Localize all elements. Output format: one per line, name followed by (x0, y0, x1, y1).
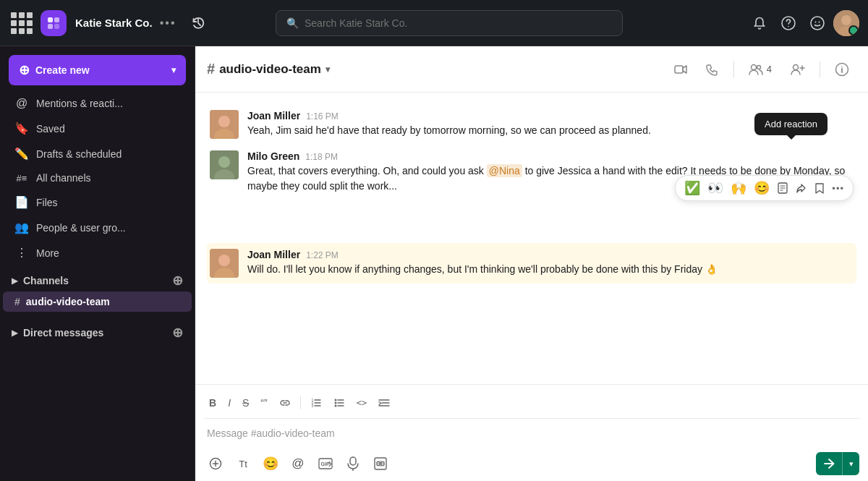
phone-call-button[interactable] (699, 59, 726, 80)
reaction-share[interactable] (793, 181, 810, 195)
audio-message-button[interactable] (341, 452, 365, 475)
message-3-header: Joan Miller 1:22 PM (247, 249, 854, 260)
composer-toolbar: B I S “” 1 2 3 (204, 391, 859, 419)
edit-icon: ✏️ (14, 147, 29, 161)
channel-actions: 4 (667, 58, 856, 81)
gif-icon: GIF (318, 458, 333, 469)
format-strikethrough-button[interactable]: S (237, 393, 254, 412)
format-italic-button[interactable]: I (223, 393, 236, 412)
sidebar-channel-audio-video-team[interactable]: # audio-video-team (3, 291, 192, 312)
format-link-button[interactable] (274, 396, 296, 410)
add-member-button[interactable] (783, 59, 812, 80)
mention-button[interactable]: @ (286, 452, 310, 475)
sidebar-item-saved[interactable]: 🔖 Saved (3, 116, 192, 141)
microphone-icon (347, 456, 359, 471)
search-input[interactable] (305, 17, 612, 29)
chevron-down-icon: ▾ (171, 65, 176, 75)
format-quote-button[interactable]: “” (255, 393, 272, 412)
composer-input[interactable]: Message #audio-video-team (204, 423, 859, 449)
dm-section-label: Direct messages (23, 327, 103, 339)
channel-info-button[interactable] (827, 58, 856, 81)
reaction-bookmark[interactable] (812, 181, 827, 195)
svg-point-22 (218, 116, 230, 127)
reaction-raised-hands[interactable]: 🙌 (728, 179, 749, 197)
user-avatar-image (833, 10, 859, 36)
format-code-button[interactable]: <> (352, 394, 372, 412)
sidebar-item-files-label: Files (36, 197, 58, 208)
direct-messages-section[interactable]: ▶ Direct messages ⊕ (0, 318, 195, 344)
members-icon (749, 64, 763, 75)
help-button[interactable] (775, 10, 801, 36)
search-bar[interactable]: 🔍 (276, 10, 623, 36)
sidebar-item-mentions-label: Mentions & reacti... (36, 98, 123, 109)
channel-title[interactable]: # audio-video-team ▾ (207, 61, 330, 77)
message-1-header: Joan Miller 1:16 PM (247, 110, 854, 122)
svg-point-14 (757, 65, 760, 69)
message-2-time: 1:18 PM (305, 152, 338, 162)
sidebar-item-all-channels[interactable]: #≡ All channels (3, 166, 192, 190)
gif-button[interactable]: GIF (314, 452, 337, 475)
reaction-smile[interactable]: 😊 (751, 179, 773, 197)
notification-button[interactable] (746, 10, 773, 36)
svg-point-7 (814, 21, 816, 22)
history-icon (191, 16, 205, 30)
format-bullet-list-button[interactable] (328, 394, 350, 412)
reaction-notepad[interactable] (774, 181, 791, 195)
video-call-button[interactable] (667, 60, 694, 79)
topbar: Katie Stark Co. ••• 🔍 (0, 0, 868, 46)
emoji-button[interactable]: 😊 (259, 452, 282, 475)
send-dropdown-button[interactable]: ▾ (842, 452, 859, 475)
message-1-body: Joan Miller 1:16 PM Yeah, Jim said he'd … (247, 110, 854, 139)
channel-name: audio-video-team (219, 62, 321, 77)
message-1-author: Joan Miller (247, 110, 300, 122)
shortcuts-button[interactable] (369, 452, 392, 475)
format-ordered-list-button[interactable]: 1 2 3 (305, 394, 327, 412)
create-new-button[interactable]: ⊕ Create new ▾ (9, 55, 186, 85)
channels-section[interactable]: ▶ Channels ⊕ (0, 265, 195, 291)
format-bold-button[interactable]: B (204, 393, 221, 412)
add-channel-button[interactable]: ⊕ (172, 273, 183, 289)
user-avatar-button[interactable] (833, 10, 859, 36)
text-format-button[interactable]: Tt (231, 452, 255, 475)
sidebar: ⊕ Create new ▾ @ Mentions & reacti... 🔖 … (0, 46, 195, 481)
send-button[interactable] (816, 452, 842, 475)
milo-avatar-image (210, 150, 239, 179)
sidebar-item-saved-label: Saved (36, 123, 65, 135)
toolbar-divider (300, 396, 301, 409)
sidebar-item-more[interactable]: ⋮ More (3, 240, 192, 265)
messages-container: Joan Miller 1:16 PM Yeah, Jim said he'd … (195, 93, 868, 384)
reaction-checkmark[interactable]: ✅ (681, 179, 703, 197)
emoji-status-button[interactable] (804, 10, 830, 36)
workspace-menu-button[interactable]: ••• (160, 17, 176, 30)
dm-chevron-icon: ▶ (12, 328, 17, 338)
svg-rect-12 (675, 66, 683, 73)
add-dm-button[interactable]: ⊕ (172, 325, 183, 341)
channels-chevron-icon: ▶ (12, 276, 17, 286)
message-3-text: Will do. I'll let you know if anything c… (247, 262, 854, 277)
members-button[interactable]: 4 (741, 59, 779, 80)
mention-nina[interactable]: @Nina (487, 164, 522, 177)
svg-point-40 (334, 399, 336, 401)
topbar-actions (746, 10, 859, 36)
workspace-logo[interactable] (41, 10, 67, 36)
history-button[interactable] (185, 10, 211, 36)
sidebar-item-files[interactable]: 📄 Files (3, 190, 192, 215)
message-3-body: Joan Miller 1:22 PM Will do. I'll let yo… (247, 249, 854, 278)
format-indent-button[interactable] (373, 394, 395, 412)
attach-button[interactable] (204, 452, 227, 475)
sidebar-item-drafts[interactable]: ✏️ Drafts & scheduled (3, 141, 192, 166)
reaction-eyes[interactable]: 👀 (705, 179, 726, 197)
bullet-list-icon (333, 398, 345, 408)
svg-point-25 (218, 156, 230, 168)
sidebar-item-people[interactable]: 👥 People & user gro... (3, 215, 192, 240)
bookmark-icon (814, 182, 825, 194)
apps-grid-button[interactable] (9, 10, 35, 36)
svg-point-13 (751, 64, 756, 69)
more-dots-icon: ⋮ (14, 246, 29, 260)
sidebar-item-mentions[interactable]: @ Mentions & reacti... (3, 91, 192, 116)
avatar-milo (210, 150, 239, 179)
help-icon (780, 15, 796, 31)
svg-rect-1 (54, 17, 59, 22)
reaction-more[interactable]: ••• (829, 182, 847, 195)
header-divider-2 (820, 61, 820, 78)
